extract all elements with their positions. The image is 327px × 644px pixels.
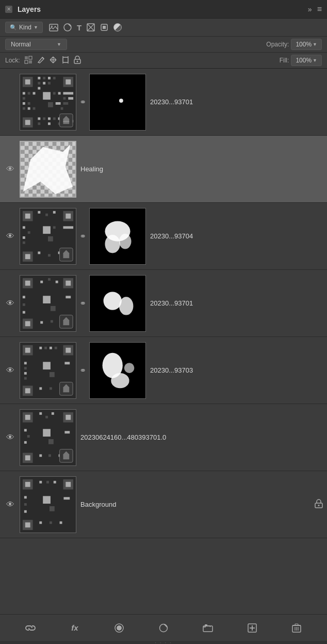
opacity-dropdown[interactable]: 100% ▼ xyxy=(291,39,322,50)
svg-rect-184 xyxy=(63,497,70,500)
svg-rect-135 xyxy=(24,362,27,364)
svg-rect-118 xyxy=(51,320,53,323)
list-item[interactable]: 👁 xyxy=(0,471,327,538)
list-item[interactable]: 👁 xyxy=(0,404,327,471)
svg-rect-83 xyxy=(53,211,56,213)
svg-rect-106 xyxy=(66,280,71,285)
new-layer-button[interactable] xyxy=(245,621,259,635)
list-item[interactable]: 👁 xyxy=(0,69,327,136)
panel-menu-icon[interactable]: ≡ xyxy=(317,5,322,14)
layer-link-icon[interactable]: ⚭ xyxy=(79,97,86,107)
svg-rect-163 xyxy=(43,429,51,437)
svg-rect-38 xyxy=(23,102,25,105)
collapse-button[interactable]: » xyxy=(308,5,312,13)
svg-rect-128 xyxy=(25,347,30,352)
visibility-eye-icon[interactable]: 👁 xyxy=(4,165,17,174)
image-filter-icon[interactable] xyxy=(49,24,58,31)
svg-rect-139 xyxy=(43,362,51,369)
svg-rect-78 xyxy=(25,213,30,218)
visibility-eye-icon[interactable]: 👁 xyxy=(4,232,17,241)
layers-list: 👁 xyxy=(0,69,327,614)
layer-link-icon[interactable]: ⚭ xyxy=(79,231,86,241)
layer-link-icon[interactable]: ⚭ xyxy=(79,365,86,375)
svg-rect-177 xyxy=(39,480,42,483)
text-filter-icon[interactable]: T xyxy=(77,23,81,32)
visibility-eye-icon[interactable]: 👁 xyxy=(4,98,17,107)
list-item[interactable]: 👁 xyxy=(0,270,327,337)
delete-layer-button[interactable] xyxy=(289,621,304,635)
svg-rect-23 xyxy=(25,79,30,84)
svg-rect-158 xyxy=(45,415,48,418)
new-group-button[interactable] xyxy=(201,621,215,635)
svg-rect-181 xyxy=(24,503,27,506)
add-mask-button[interactable] xyxy=(112,621,126,635)
opacity-group: Opacity: 100% ▼ xyxy=(266,39,322,50)
svg-rect-53 xyxy=(38,117,40,120)
svg-rect-93 xyxy=(48,254,51,256)
layer-thumbnail xyxy=(20,141,76,198)
link-layers-button[interactable] xyxy=(23,621,38,635)
svg-rect-109 xyxy=(48,278,51,280)
lock-artboard-icon[interactable] xyxy=(61,56,70,66)
svg-rect-133 xyxy=(50,346,52,349)
blend-mode-dropdown[interactable]: Normal ▼ xyxy=(5,39,67,50)
smart-object-filter-icon[interactable] xyxy=(100,23,108,31)
svg-rect-29 xyxy=(53,76,56,79)
search-icon: 🔍 xyxy=(10,24,17,31)
kind-dropdown[interactable]: 🔍 Kind ▼ xyxy=(5,22,43,33)
lock-paint-icon[interactable] xyxy=(37,56,45,66)
svg-rect-142 xyxy=(39,387,42,390)
visibility-eye-icon[interactable]: 👁 xyxy=(4,433,17,442)
fill-chevron-icon: ▼ xyxy=(313,58,317,63)
svg-point-1 xyxy=(51,25,53,27)
svg-rect-7 xyxy=(103,26,106,29)
visibility-eye-icon[interactable]: 👁 xyxy=(4,299,17,308)
layer-thumb-group xyxy=(20,409,76,466)
layer-thumbnail xyxy=(20,476,76,533)
svg-rect-108 xyxy=(40,280,43,283)
svg-rect-164 xyxy=(64,431,70,433)
svg-rect-132 xyxy=(44,346,47,349)
svg-rect-8 xyxy=(25,56,28,59)
svg-rect-162 xyxy=(24,441,27,443)
layer-thumb-group xyxy=(20,141,76,198)
svg-rect-50 xyxy=(63,97,66,100)
close-button[interactable]: ✕ xyxy=(5,6,12,13)
visibility-eye-icon[interactable]: 👁 xyxy=(4,500,17,509)
layer-link-icon[interactable]: ⚭ xyxy=(79,298,86,308)
layer-thumbnail xyxy=(20,208,76,265)
lock-move-icon[interactable] xyxy=(49,56,57,66)
new-adjustment-button[interactable] xyxy=(156,621,171,635)
svg-rect-130 xyxy=(25,388,30,393)
lock-all-icon[interactable] xyxy=(74,56,81,66)
shape-filter-icon[interactable] xyxy=(87,23,95,31)
svg-rect-115 xyxy=(66,296,71,298)
svg-rect-159 xyxy=(52,412,54,414)
layer-thumbnail xyxy=(20,342,76,399)
svg-rect-160 xyxy=(24,429,27,431)
resize-handle[interactable]: · · · · xyxy=(0,641,327,644)
layer-style-button[interactable]: fx xyxy=(68,621,82,635)
list-item[interactable]: 👁 xyxy=(0,203,327,270)
svg-rect-89 xyxy=(53,226,56,229)
svg-rect-195 xyxy=(205,624,207,626)
adjustment-filter-icon[interactable] xyxy=(63,23,72,31)
opacity-value-text: 100% xyxy=(296,41,312,48)
kind-chevron-icon: ▼ xyxy=(34,25,38,30)
svg-rect-87 xyxy=(23,241,25,244)
layer-mask-thumbnail xyxy=(89,208,146,265)
visibility-eye-icon[interactable]: 👁 xyxy=(4,366,17,375)
svg-rect-26 xyxy=(38,76,40,79)
fill-dropdown[interactable]: 100% ▼ xyxy=(291,55,322,66)
opacity-chevron-icon: ▼ xyxy=(313,42,317,47)
blend-toolbar: Normal ▼ Opacity: 100% ▼ xyxy=(0,37,327,53)
svg-rect-156 xyxy=(25,455,30,460)
list-item[interactable]: 👁 xyxy=(0,136,327,203)
svg-rect-110 xyxy=(56,280,58,283)
lock-transparency-icon[interactable] xyxy=(24,56,32,66)
list-item[interactable]: 👁 xyxy=(0,337,327,404)
color-filter-icon[interactable] xyxy=(113,23,122,31)
svg-rect-188 xyxy=(60,521,62,524)
svg-rect-34 xyxy=(23,92,25,94)
svg-rect-90 xyxy=(63,226,73,229)
